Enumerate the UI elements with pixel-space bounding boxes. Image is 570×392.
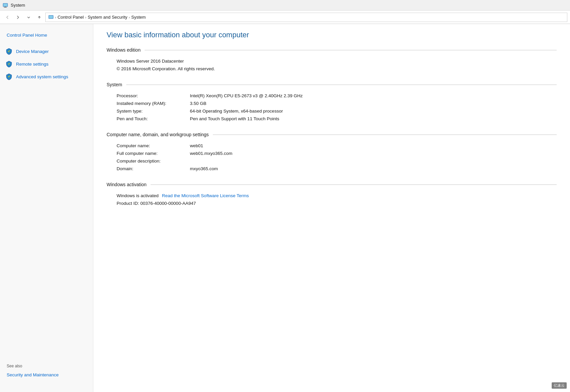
activation-status-row: Windows is activated Read the Microsoft … [107,192,557,199]
edition-copyright-row: © 2016 Microsoft Corporation. All rights… [107,65,557,73]
svg-rect-1 [4,7,6,7]
section-title-system: System [107,82,122,87]
domain-value: mxyo365.com [190,166,218,171]
section-title-activation: Windows activation [107,182,147,187]
page-title: View basic information about your comput… [107,31,557,39]
edition-name-row: Windows Server 2016 Datacenter [107,57,557,65]
svg-rect-5 [49,16,53,18]
system-type-label: System type: [117,109,190,114]
shield-icon-1 [5,48,13,55]
back-button[interactable] [3,13,12,22]
section-header-computer: Computer name, domain, and workgroup set… [107,132,557,137]
ram-row: Installed memory (RAM): 3.50 GB [107,100,557,107]
section-divider-system [126,85,557,85]
section-title-edition: Windows edition [107,47,141,53]
sidebar-footer: See also Security and Maintenance [0,364,93,385]
content-area: View basic information about your comput… [93,24,570,392]
advanced-system-settings-link[interactable]: Advanced system settings [0,70,93,83]
up-button[interactable] [35,13,44,22]
full-computer-name-value: web01.mxyo365.com [190,151,233,156]
computer-name-value: web01 [190,143,203,148]
security-maintenance-link[interactable]: Security and Maintenance [7,371,86,379]
computer-name-label: Computer name: [117,143,190,148]
section-header-activation: Windows activation [107,182,557,187]
path-computer-icon [48,15,54,20]
advanced-system-settings-label: Advanced system settings [16,74,68,79]
computer-description-label: Computer description: [117,159,190,164]
path-system[interactable]: System [131,15,146,20]
processor-label: Processor: [117,93,190,98]
section-activation: Windows activation Windows is activated … [107,182,557,207]
system-type-value: 64-bit Operating System, x64-based proce… [190,109,283,114]
svg-rect-2 [4,7,7,8]
title-bar: System [0,0,570,11]
ram-label: Installed memory (RAM): [117,101,190,106]
section-header-edition: Windows edition [107,47,557,53]
section-divider-activation [151,185,557,185]
full-computer-name-label: Full computer name: [117,151,190,156]
device-manager-label: Device Manager [16,49,49,54]
pen-touch-label: Pen and Touch: [117,116,190,121]
section-divider-edition [145,50,557,50]
edition-name: Windows Server 2016 Datacenter [117,59,184,64]
main-container: Control Panel Home Device Manager Remote [0,24,570,392]
computer-description-row: Computer description: [107,157,557,165]
section-computer-name: Computer name, domain, and workgroup set… [107,132,557,173]
domain-label: Domain: [117,166,190,171]
section-divider-computer [213,135,557,135]
section-system: System Processor: Intel(R) Xeon(R) CPU E… [107,82,557,123]
computer-name-row: Computer name: web01 [107,142,557,150]
pen-touch-value: Pen and Touch Support with 11 Touch Poin… [190,116,279,121]
full-computer-name-row: Full computer name: web01.mxyo365.com [107,150,557,157]
device-manager-link[interactable]: Device Manager [0,45,93,58]
license-terms-link[interactable]: Read the Microsoft Software License Term… [162,193,249,198]
product-id-value: Product ID: 00376-40000-00000-AA947 [117,201,196,206]
shield-icon-2 [5,60,13,68]
recent-button[interactable] [24,13,33,22]
control-panel-home-link[interactable]: Control Panel Home [0,31,93,40]
watermark: 亿速云 [552,382,567,389]
address-bar: › Control Panel › System and Security › … [0,11,570,24]
forward-button[interactable] [13,13,23,22]
section-windows-edition: Windows edition Windows Server 2016 Data… [107,47,557,73]
domain-row: Domain: mxyo365.com [107,165,557,173]
pen-touch-row: Pen and Touch: Pen and Touch Support wit… [107,115,557,123]
system-icon [3,3,8,8]
path-control-panel[interactable]: Control Panel [58,15,84,20]
remote-settings-label: Remote settings [16,62,49,67]
see-also-label: See also [7,364,86,368]
section-title-computer: Computer name, domain, and workgroup set… [107,132,209,137]
activation-status: Windows is activated [117,193,159,198]
product-id-row: Product ID: 00376-40000-00000-AA947 [107,199,557,207]
processor-row: Processor: Intel(R) Xeon(R) CPU E5-2673 … [107,92,557,100]
sidebar-nav-links: Device Manager Remote settings Advance [0,45,93,83]
ram-value: 3.50 GB [190,101,207,106]
edition-copyright: © 2016 Microsoft Corporation. All rights… [117,66,215,71]
sidebar: Control Panel Home Device Manager Remote [0,24,93,392]
path-system-security[interactable]: System and Security [88,15,127,20]
svg-rect-3 [3,4,7,6]
system-type-row: System type: 64-bit Operating System, x6… [107,107,557,115]
section-header-system: System [107,82,557,87]
remote-settings-link[interactable]: Remote settings [0,58,93,70]
shield-icon-3 [5,73,13,80]
address-path[interactable]: › Control Panel › System and Security › … [45,13,567,22]
processor-value: Intel(R) Xeon(R) CPU E5-2673 v3 @ 2.40GH… [190,93,303,98]
title-bar-text: System [11,3,25,8]
